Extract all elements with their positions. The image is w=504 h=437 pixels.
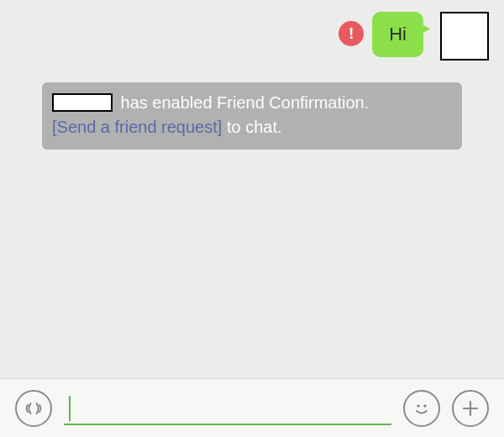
outgoing-message-row: ! Hi [339, 12, 489, 61]
alert-icon: ! [349, 24, 354, 43]
add-attachment-button[interactable] [452, 390, 489, 427]
plus-icon [460, 398, 480, 419]
avatar[interactable] [440, 12, 489, 61]
voice-input-button[interactable] [15, 390, 52, 427]
banner-line-1: has enabled Friend Confirmation. [52, 91, 452, 115]
emoji-button[interactable] [403, 390, 440, 427]
send-friend-request-link[interactable]: [Send a friend request] [52, 118, 222, 136]
input-underline [64, 424, 391, 425]
redacted-name [52, 93, 113, 112]
message-bubble[interactable]: Hi [372, 12, 423, 57]
banner-text-2: to chat. [227, 118, 282, 136]
send-failed-badge[interactable]: ! [339, 21, 364, 46]
banner-line-2: [Send a friend request] to chat. [52, 115, 452, 140]
message-input[interactable] [64, 390, 391, 427]
bubble-tail-icon [420, 24, 432, 39]
friend-confirmation-banner: has enabled Friend Confirmation. [Send a… [42, 82, 462, 150]
chat-area: ! Hi has enabled Friend Confirmation. [S… [0, 0, 504, 378]
message-bubble-wrap: Hi [372, 12, 423, 57]
message-text: Hi [389, 24, 407, 45]
voice-wave-icon [23, 398, 45, 419]
input-bar [0, 378, 504, 437]
svg-point-1 [423, 404, 427, 408]
text-caret [69, 396, 71, 421]
svg-point-0 [417, 404, 420, 408]
smiley-icon [410, 397, 433, 420]
banner-text-1: has enabled Friend Confirmation. [121, 93, 370, 112]
